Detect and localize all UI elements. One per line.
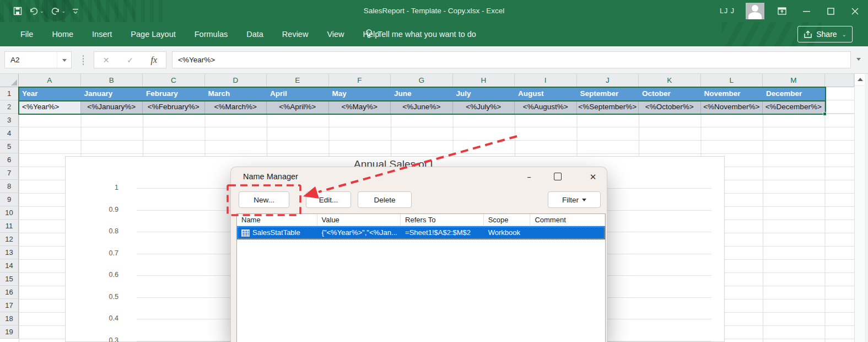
row-header-5[interactable]: 5: [0, 140, 19, 153]
name-list-row[interactable]: SalesStatTable{"<%Year%>","<%Jan...=Shee…: [237, 226, 605, 239]
cell-F1[interactable]: May: [329, 87, 391, 100]
enter-entry-button[interactable]: ✓: [127, 56, 133, 65]
cell-K2[interactable]: <%October%>: [639, 100, 701, 114]
cell-D1[interactable]: March: [205, 87, 267, 100]
cell-L2[interactable]: <%November%>: [701, 100, 763, 114]
dialog-minimize-button[interactable]: –: [521, 170, 537, 184]
ribbon-display-options-button[interactable]: [775, 3, 789, 19]
filter-button[interactable]: Filter: [548, 191, 601, 208]
column-header-I[interactable]: I: [515, 74, 577, 87]
row-header-9[interactable]: 9: [0, 193, 19, 206]
list-column-header-scope[interactable]: Scope: [484, 214, 531, 226]
name-box[interactable]: A2: [4, 51, 72, 68]
minimize-button[interactable]: [800, 3, 813, 19]
cell-I1[interactable]: August: [515, 87, 577, 100]
undo-dropdown-chevron[interactable]: ⌄: [40, 8, 44, 14]
user-avatar[interactable]: [746, 3, 764, 19]
column-header-F[interactable]: F: [329, 74, 391, 87]
insert-function-button[interactable]: fx: [151, 55, 158, 65]
row-header-6[interactable]: 6: [0, 153, 19, 167]
row-header-4[interactable]: 4: [0, 127, 19, 140]
cell-H1[interactable]: July: [453, 87, 515, 100]
undo-button[interactable]: ⌄: [26, 3, 46, 19]
share-button[interactable]: Share ⌄: [797, 26, 853, 42]
cancel-entry-button[interactable]: ✕: [103, 56, 110, 65]
column-header-A[interactable]: A: [19, 74, 81, 87]
cell-M1[interactable]: December: [763, 87, 825, 100]
customize-quick-access-button[interactable]: [70, 3, 81, 19]
column-header-L[interactable]: L: [701, 74, 763, 87]
new-button[interactable]: New...: [239, 191, 289, 208]
list-column-header-name[interactable]: Name: [237, 214, 317, 226]
save-button[interactable]: [11, 3, 24, 19]
row-header-14[interactable]: 14: [0, 259, 19, 272]
cell-D2[interactable]: <%March%>: [205, 100, 267, 114]
column-header-B[interactable]: B: [81, 74, 143, 87]
cell-L1[interactable]: November: [701, 87, 763, 100]
sheet-grid-right[interactable]: [826, 87, 854, 114]
cell-F2[interactable]: <%May%>: [329, 100, 391, 114]
list-column-header-comment[interactable]: Comment: [530, 214, 605, 226]
list-column-header-refers-to[interactable]: Refers To: [401, 214, 484, 226]
fill-handle[interactable]: [823, 112, 827, 116]
cell-J1[interactable]: September: [577, 87, 639, 100]
row-header-8[interactable]: 8: [0, 180, 19, 193]
cell-M2[interactable]: <%December%>: [763, 100, 825, 114]
cell-G2[interactable]: <%June%>: [391, 100, 453, 114]
scroll-up-button[interactable]: [855, 74, 865, 86]
column-header-blank[interactable]: [825, 74, 854, 87]
dialog-maximize-button[interactable]: [554, 173, 562, 180]
select-all-corner[interactable]: [0, 74, 19, 87]
name-box-dropdown[interactable]: [57, 52, 71, 68]
column-header-J[interactable]: J: [577, 74, 639, 87]
share-dropdown-chevron[interactable]: ⌄: [842, 31, 847, 38]
maximize-button[interactable]: [824, 3, 837, 19]
column-header-G[interactable]: G: [391, 74, 453, 87]
row-header-18[interactable]: 18: [0, 312, 19, 325]
names-list[interactable]: NameValueRefers ToScopeComment SalesStat…: [236, 213, 606, 342]
ribbon-tab-insert[interactable]: Insert: [83, 22, 121, 46]
ribbon-tab-page-layout[interactable]: Page Layout: [121, 22, 185, 46]
vertical-scrollbar[interactable]: [854, 74, 865, 342]
row-header-1[interactable]: 1: [0, 87, 19, 100]
cell-A1[interactable]: Year: [19, 87, 81, 100]
column-header-C[interactable]: C: [143, 74, 205, 87]
row-header-2[interactable]: 2: [0, 100, 19, 114]
ribbon-tab-data[interactable]: Data: [237, 22, 273, 46]
ribbon-tab-review[interactable]: Review: [273, 22, 318, 46]
row-header-7[interactable]: 7: [0, 167, 19, 180]
tell-me-box[interactable]: Tell me what you want to do: [365, 22, 476, 46]
column-header-M[interactable]: M: [763, 74, 825, 87]
formula-bar-input[interactable]: <%Year%>: [172, 51, 851, 68]
ribbon-tab-view[interactable]: View: [317, 22, 353, 46]
redo-dropdown-chevron[interactable]: ⌄: [62, 8, 66, 14]
cell-G1[interactable]: June: [391, 87, 453, 100]
row-header-15[interactable]: 15: [0, 272, 19, 286]
row-header-13[interactable]: 13: [0, 246, 19, 259]
redo-button[interactable]: ⌄: [48, 3, 68, 19]
delete-button[interactable]: Delete: [358, 191, 412, 208]
cell-E1[interactable]: April: [267, 87, 329, 100]
cell-B1[interactable]: January: [81, 87, 143, 100]
column-header-E[interactable]: E: [267, 74, 329, 87]
dialog-close-button[interactable]: ✕: [585, 170, 601, 184]
cell-K1[interactable]: October: [639, 87, 701, 100]
column-header-D[interactable]: D: [205, 74, 267, 87]
ribbon-tab-formulas[interactable]: Formulas: [185, 22, 237, 46]
ribbon-tab-file[interactable]: File: [11, 22, 42, 46]
cell-A2[interactable]: <%Year%>: [19, 100, 81, 114]
row-header-11[interactable]: 11: [0, 220, 19, 233]
list-column-header-value[interactable]: Value: [317, 214, 401, 226]
formula-bar-grip[interactable]: [82, 55, 84, 66]
edit-button[interactable]: Edit...: [306, 191, 351, 208]
row-header-16[interactable]: 16: [0, 286, 19, 299]
cell-I2[interactable]: <%August%>: [515, 100, 577, 114]
row-header-19[interactable]: 19: [0, 325, 19, 339]
close-button[interactable]: [848, 3, 861, 19]
cell-C2[interactable]: <%February%>: [143, 100, 205, 114]
cell-H2[interactable]: <%July%>: [453, 100, 515, 114]
row-header-10[interactable]: 10: [0, 206, 19, 220]
row-header-3[interactable]: 3: [0, 114, 19, 127]
column-header-H[interactable]: H: [453, 74, 515, 87]
column-header-K[interactable]: K: [639, 74, 701, 87]
